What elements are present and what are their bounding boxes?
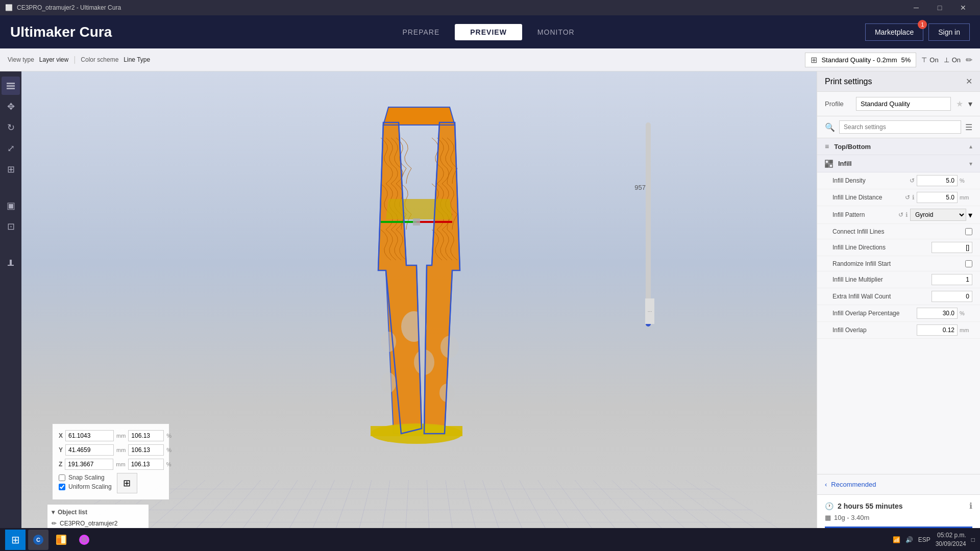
tab-prepare[interactable]: PREPARE — [387, 24, 455, 40]
view-type-value: Layer view — [39, 56, 68, 63]
recommended-button[interactable]: ‹ Recommended — [817, 474, 980, 494]
sidebar-item-scale[interactable]: ⤢ — [2, 139, 20, 158]
toolbar: View type Layer view | Color scheme Line… — [0, 48, 980, 71]
profile-chevron-icon[interactable]: ▾ — [968, 99, 972, 109]
setting-infill-line-multiplier: Infill Line Multiplier — [817, 271, 980, 288]
clock-icon: 🕐 — [825, 502, 834, 510]
section-top-bottom[interactable]: ≡ Top/Bottom ▴ — [817, 138, 980, 155]
extra-infill-wall-count-label: Extra Infill Wall Count — [832, 293, 932, 300]
x-position-input[interactable] — [65, 430, 114, 441]
infill-line-directions-input[interactable] — [932, 242, 972, 253]
color-scheme-value: Line Type — [124, 56, 150, 63]
infill-pattern-reset-icon[interactable]: ↺ — [898, 211, 903, 218]
taskbar-browser-icon[interactable] — [74, 530, 94, 550]
support-icon: ⊤ — [921, 56, 927, 64]
layer-slider-track[interactable] — [646, 122, 651, 327]
setting-infill-line-distance: Infill Line Distance ↺ ℹ mm — [817, 189, 980, 206]
left-sidebar: ✥ ↻ ⤢ ⊞ ▣ ⊡ — [0, 71, 21, 551]
profile-label: Profile — [825, 100, 851, 108]
x-scale-input[interactable] — [128, 430, 164, 441]
panel-collapse-handle[interactable]: ··· — [645, 298, 654, 324]
sidebar-item-move[interactable]: ✥ — [2, 97, 20, 116]
extra-infill-wall-count-input[interactable] — [932, 291, 972, 302]
infill-overlap-percentage-label: Infill Overlap Percentage — [832, 310, 917, 317]
search-input[interactable] — [839, 120, 961, 134]
z-position-input[interactable] — [65, 459, 113, 470]
recommended-label: Recommended — [831, 481, 876, 488]
infill-overlap-controls: mm — [917, 324, 972, 336]
info-button[interactable]: ℹ — [969, 501, 972, 511]
randomize-infill-start-checkbox[interactable] — [965, 260, 972, 267]
object-icon: ✏ — [52, 520, 57, 527]
section-top-bottom-label: Top/Bottom — [834, 143, 964, 151]
object-list-title: Object list — [58, 509, 87, 516]
logo-second: Cura — [79, 24, 112, 40]
infill-overlap-input[interactable] — [917, 324, 958, 336]
start-button[interactable]: ⊞ — [5, 530, 26, 550]
sidebar-item-mirror[interactable]: ⊞ — [2, 160, 20, 179]
infill-line-directions-label: Infill Line Directions — [832, 244, 932, 251]
infill-line-distance-reset-icon[interactable]: ↺ — [905, 194, 910, 201]
profile-select[interactable] — [856, 97, 951, 111]
maximize-button[interactable]: □ — [928, 0, 951, 15]
section-infill[interactable]: Infill ▾ — [817, 155, 980, 172]
uniform-scaling-checkbox[interactable] — [59, 484, 65, 490]
infill-line-distance-input[interactable] — [917, 192, 958, 203]
infill-density-unit: % — [960, 178, 972, 184]
infill-density-reset-icon[interactable]: ↺ — [910, 177, 915, 184]
close-button[interactable]: ✕ — [951, 0, 975, 15]
support-on: ⊤ On — [921, 56, 938, 64]
setting-infill-line-directions: Infill Line Directions — [817, 239, 980, 256]
snap-scaling-checkbox[interactable] — [59, 474, 65, 481]
signin-button[interactable]: Sign in — [928, 23, 970, 41]
print-settings-close[interactable]: ✕ — [966, 77, 972, 86]
x-label: X — [59, 432, 63, 439]
layer-number: 957 — [634, 184, 646, 191]
sidebar-item-group[interactable]: ▣ — [2, 196, 20, 215]
tab-preview[interactable]: PREVIEW — [455, 24, 522, 40]
infill-line-distance-info-icon[interactable]: ℹ — [912, 194, 915, 201]
infill-overlap-percentage-input[interactable] — [917, 308, 958, 319]
model-container[interactable] — [337, 97, 501, 454]
connect-infill-lines-label: Connect Infill Lines — [832, 228, 965, 235]
pencil-icon[interactable]: ✏ — [966, 55, 972, 65]
infill-line-multiplier-input[interactable] — [932, 274, 972, 285]
svg-rect-17 — [829, 160, 832, 163]
star-icon[interactable]: ★ — [956, 99, 963, 109]
infill-pattern-info-icon[interactable]: ℹ — [905, 211, 908, 218]
taskbar-cura-icon[interactable]: C — [28, 530, 48, 550]
object-list-header[interactable]: ▾ Object list — [52, 509, 144, 516]
marketplace-badge: 1 — [918, 20, 927, 29]
top-bottom-icon: ≡ — [825, 142, 829, 151]
show-desktop-icon[interactable]: □ — [971, 536, 975, 543]
y-position-input[interactable] — [65, 444, 114, 456]
marketplace-button[interactable]: Marketplace 1 — [865, 23, 923, 41]
setting-infill-density: Infill Density ↺ % — [817, 172, 980, 189]
settings-scroll[interactable]: ≡ Top/Bottom ▴ Infill ▾ — [817, 138, 980, 474]
infill-density-input[interactable] — [917, 175, 958, 186]
print-settings-title: Print settings — [825, 77, 872, 86]
sidebar-item-layers[interactable] — [2, 77, 20, 95]
svg-rect-24 — [61, 536, 65, 543]
settings-menu-icon[interactable]: ☰ — [965, 122, 972, 132]
quality-display: ⊞ Standard Quality - 0.2mm 5% — [805, 53, 916, 67]
z-scale-input[interactable] — [128, 459, 164, 470]
x-unit: mm — [116, 433, 126, 439]
infill-pattern-controls: ↺ ℹ Gyroid Lines Grid Triangles ▾ — [898, 209, 972, 221]
quality-icon: ⊞ — [811, 55, 817, 65]
infill-pattern-select[interactable]: Gyroid Lines Grid Triangles — [910, 209, 966, 221]
minimize-button[interactable]: ─ — [904, 0, 928, 15]
sidebar-item-rotate[interactable]: ↻ — [2, 118, 20, 137]
z-scale-unit: % — [166, 461, 172, 467]
sidebar-item-ungroup[interactable]: ⊡ — [2, 217, 20, 236]
volume-icon: 🔊 — [905, 536, 913, 543]
connect-infill-lines-checkbox[interactable] — [965, 228, 972, 235]
taskbar-explorer-icon[interactable] — [51, 530, 71, 550]
infill-overlap-percentage-unit: % — [960, 310, 972, 316]
title-bar: ⬜ CE3PRO_otramujer2 - Ultimaker Cura ─ □… — [0, 0, 980, 15]
y-scale-input[interactable] — [128, 444, 164, 456]
reset-scale-button[interactable]: ⊞ — [117, 473, 137, 493]
sidebar-item-support[interactable] — [2, 254, 20, 272]
setting-extra-infill-wall-count: Extra Infill Wall Count — [817, 288, 980, 305]
tab-monitor[interactable]: MONITOR — [522, 24, 590, 40]
